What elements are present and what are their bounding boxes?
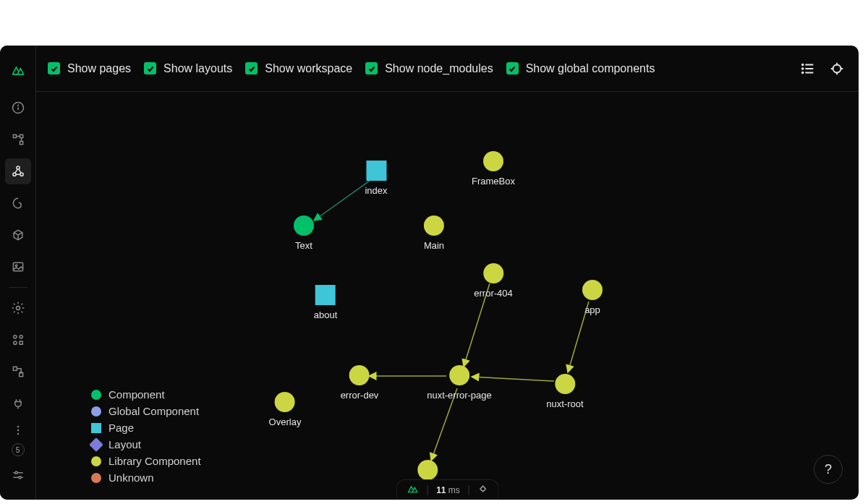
node-label: error-404 xyxy=(474,288,512,299)
flow-icon[interactable] xyxy=(5,359,31,385)
latency-unit: ms xyxy=(448,485,460,495)
nuxt-logo-icon[interactable] xyxy=(5,57,31,83)
svg-rect-5 xyxy=(20,142,22,145)
svg-point-12 xyxy=(13,336,16,338)
svg-rect-4 xyxy=(20,134,22,137)
checkbox-show-pages[interactable]: Show pages xyxy=(48,62,131,75)
graph-node-error-404[interactable]: error-404 xyxy=(474,263,512,299)
checkbox-show-workspace[interactable]: Show workspace xyxy=(245,62,352,75)
graph-node-nuxt-root[interactable]: nuxt-root xyxy=(546,374,583,409)
plug-icon[interactable] xyxy=(5,390,31,417)
node-shape-library xyxy=(349,365,370,385)
check-icon xyxy=(365,62,378,74)
graph-node-error-dev[interactable]: error-dev xyxy=(341,365,379,401)
svg-point-6 xyxy=(16,166,19,169)
svg-rect-3 xyxy=(13,134,16,137)
node-shape-library xyxy=(582,280,603,300)
legend-item-page: Page xyxy=(91,422,201,434)
nuxt-logo-icon xyxy=(407,483,418,497)
spiral-icon[interactable] xyxy=(5,190,31,216)
legend-label: Unknown xyxy=(109,471,154,484)
node-label: nuxt-root xyxy=(546,398,583,409)
node-shape-library xyxy=(275,392,295,412)
box-icon[interactable] xyxy=(5,222,31,248)
graph-node-nuxt-error-page[interactable]: nuxt-error-page xyxy=(427,365,492,401)
svg-point-19 xyxy=(17,430,19,432)
svg-point-13 xyxy=(20,336,22,338)
checkbox-label: Show pages xyxy=(67,62,131,75)
node-label: nuxt-error-page xyxy=(427,390,492,401)
sidebar-badge: 5 xyxy=(12,443,25,456)
legend: Component Global Component Page Layout L… xyxy=(91,388,201,484)
svg-point-7 xyxy=(12,173,15,176)
check-icon xyxy=(245,62,258,74)
node-shape-page xyxy=(315,285,336,305)
svg-point-2 xyxy=(17,105,18,106)
legend-swatch xyxy=(91,456,101,466)
graph-node-text[interactable]: Text xyxy=(294,215,314,251)
node-shape-library xyxy=(483,263,503,283)
legend-swatch xyxy=(91,406,101,417)
svg-point-28 xyxy=(802,64,804,65)
compose-icon[interactable] xyxy=(5,327,31,353)
node-label: index xyxy=(365,185,387,196)
node-label: Main xyxy=(424,240,444,251)
graph-node-about[interactable]: about xyxy=(314,285,338,320)
node-shape-library xyxy=(417,460,438,480)
node-label: app xyxy=(584,304,600,315)
checkbox-show-layouts[interactable]: Show layouts xyxy=(144,62,232,75)
legend-swatch xyxy=(91,473,101,483)
target-icon[interactable] xyxy=(478,484,488,496)
graph-node-main[interactable]: Main xyxy=(424,215,444,251)
legend-item-global: Global Component xyxy=(91,405,201,417)
node-shape-library xyxy=(483,151,503,171)
legend-item-component: Component xyxy=(91,388,201,401)
sliders-icon[interactable] xyxy=(5,462,31,488)
node-label: error-dev xyxy=(341,390,379,401)
toolbar: Show pages Show layouts Show workspace S… xyxy=(36,46,859,92)
sidebar-bottom: 5 xyxy=(5,420,31,491)
checkbox-show-node-modules[interactable]: Show node_modules xyxy=(365,62,493,75)
graph-node-index[interactable]: index xyxy=(365,161,387,196)
check-icon xyxy=(48,62,60,74)
graph-icon[interactable] xyxy=(5,158,31,184)
devtools-panel: 5 Show pages Show layouts Show workspace xyxy=(0,46,859,500)
gear-icon[interactable] xyxy=(5,295,31,321)
svg-point-18 xyxy=(17,426,19,428)
legend-swatch xyxy=(91,423,101,433)
svg-point-11 xyxy=(16,307,20,310)
checkbox-label: Show workspace xyxy=(265,62,352,75)
svg-point-29 xyxy=(802,68,804,69)
svg-point-8 xyxy=(20,173,22,176)
legend-label: Page xyxy=(109,422,134,434)
graph-node-app[interactable]: app xyxy=(582,280,603,315)
checkbox-label: Show node_modules xyxy=(385,62,493,75)
legend-label: Layout xyxy=(109,438,141,450)
main-area: Show pages Show layouts Show workspace S… xyxy=(36,46,859,500)
tree-icon[interactable] xyxy=(5,127,31,153)
more-icon[interactable] xyxy=(5,423,31,437)
graph-node-overlay[interactable]: Overlay xyxy=(269,392,302,427)
check-icon xyxy=(144,62,156,74)
checkbox-show-global-components[interactable]: Show global components xyxy=(506,62,655,75)
svg-point-14 xyxy=(13,341,16,344)
target-icon[interactable] xyxy=(827,59,847,79)
info-icon[interactable] xyxy=(5,95,31,121)
legend-label: Component xyxy=(109,388,165,401)
svg-point-31 xyxy=(833,64,841,72)
svg-rect-15 xyxy=(20,341,22,344)
help-button[interactable]: ? xyxy=(814,455,843,484)
legend-item-layout: Layout xyxy=(91,438,201,450)
node-label: FrameBox xyxy=(472,176,515,187)
latency-readout: 11 ms xyxy=(436,485,460,495)
sidebar: 5 xyxy=(0,46,36,500)
check-icon xyxy=(506,62,519,74)
list-icon[interactable] xyxy=(798,59,818,79)
latency-value: 11 xyxy=(436,485,446,495)
svg-point-22 xyxy=(14,471,17,474)
graph-node-framebox[interactable]: FrameBox xyxy=(472,151,515,187)
status-bar[interactable]: 11 ms xyxy=(396,479,499,500)
node-shape-component xyxy=(294,215,314,236)
node-shape-page xyxy=(366,161,386,181)
image-icon[interactable] xyxy=(5,254,31,280)
